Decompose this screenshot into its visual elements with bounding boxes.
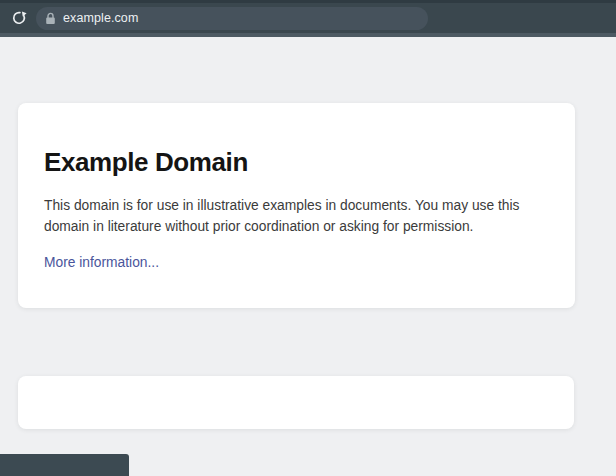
content-card: Example Domain This domain is for use in…: [18, 103, 575, 308]
page-title: Example Domain: [44, 147, 549, 178]
page-description: This domain is for use in illustrative e…: [44, 195, 549, 237]
url-bar[interactable]: example.com: [36, 7, 428, 30]
toolbar-bottom-edge: [0, 33, 616, 37]
browser-window: example.com Example Domain This domain i…: [0, 0, 616, 476]
refresh-button[interactable]: [7, 6, 31, 30]
more-information-link[interactable]: More information...: [44, 255, 159, 270]
refresh-icon: [11, 10, 27, 26]
page-description-line-2: domain in literature without prior coord…: [44, 216, 549, 237]
secondary-empty-card: [18, 376, 574, 429]
status-bubble: [0, 454, 129, 476]
page-description-line-1: This domain is for use in illustrative e…: [44, 195, 549, 216]
url-text: example.com: [63, 11, 138, 25]
lock-icon: [45, 12, 56, 25]
browser-toolbar: example.com: [0, 0, 616, 33]
